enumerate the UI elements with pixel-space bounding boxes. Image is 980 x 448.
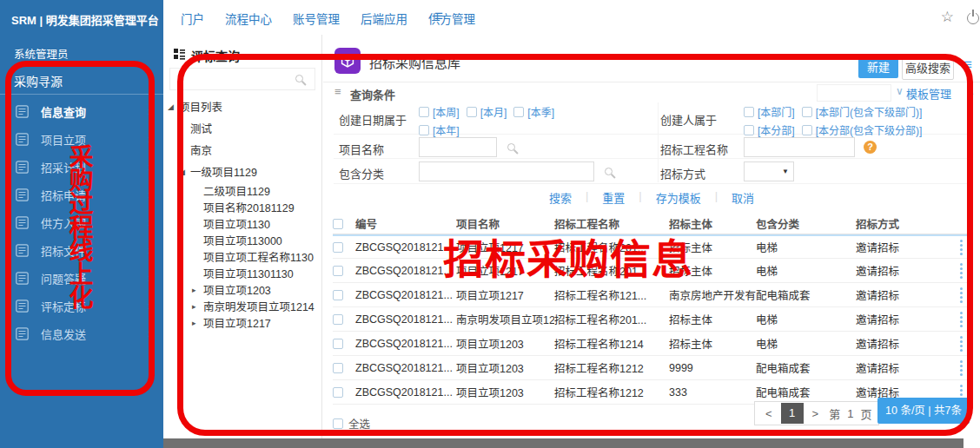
- page-size-info[interactable]: 10 条/页 | 共7条: [877, 398, 970, 424]
- tree-node[interactable]: ▸南京明发项目立项1214: [163, 298, 322, 314]
- tree-collapsed-icon[interactable]: ▸: [192, 286, 203, 294]
- logout-power-icon[interactable]: [967, 12, 979, 24]
- checkbox[interactable]: [467, 107, 477, 117]
- table-row[interactable]: ZBCGSQ2018121...南京明发项目立项12...招标工程名称201..…: [333, 307, 973, 332]
- tree-node[interactable]: ◢一级项目1129: [163, 161, 322, 182]
- row-actions-icon[interactable]: [960, 360, 963, 363]
- checkbox-option[interactable]: [本年]: [419, 122, 460, 137]
- row-checkbox[interactable]: [333, 339, 343, 349]
- tree-node[interactable]: 项目立项113000: [163, 232, 322, 248]
- action-1[interactable]: 重置: [602, 189, 625, 206]
- list-view-icon[interactable]: ≡: [963, 56, 972, 74]
- template-manage-link[interactable]: 模板管理: [906, 85, 951, 102]
- tree-expanded-icon[interactable]: ◢: [168, 102, 179, 111]
- row-actions-icon[interactable]: [960, 287, 963, 290]
- row-actions-icon[interactable]: [960, 312, 963, 314]
- row-actions-icon[interactable]: [960, 385, 963, 387]
- tree-collapsed-icon[interactable]: ▸: [192, 319, 203, 327]
- nav-item[interactable]: 流程中心: [225, 10, 272, 27]
- tree-expanded-icon[interactable]: ◢: [179, 168, 190, 176]
- tree-node[interactable]: ◢项目列表: [163, 96, 322, 117]
- tree-node[interactable]: ▸南京: [163, 139, 322, 161]
- row-actions-icon[interactable]: [960, 263, 963, 266]
- tree-node[interactable]: 项目名称20181129: [163, 199, 322, 215]
- table-row[interactable]: ZBCGSQ2018121...项目立项1217招标工程名称121...南京房地…: [333, 283, 973, 307]
- sidebar-item[interactable]: 信息发送›: [0, 320, 163, 347]
- header-checkbox[interactable]: [333, 219, 343, 229]
- page-next-button[interactable]: >: [805, 407, 826, 420]
- row-checkbox[interactable]: [333, 242, 343, 253]
- select-all-control[interactable]: 全选: [333, 415, 370, 432]
- sidebar-section-title[interactable]: 采购寻源: [14, 72, 63, 89]
- checkbox[interactable]: [802, 107, 812, 117]
- sidebar-item[interactable]: 信息查询›: [0, 97, 163, 125]
- sidebar-item[interactable]: 招标文件›: [0, 236, 163, 264]
- tree-node[interactable]: 二级项目1129: [163, 182, 322, 199]
- table-row[interactable]: ZBCGSQ2018121...项目立项1203招标工程名称12129999配电…: [333, 356, 973, 380]
- page-number-input[interactable]: 1: [844, 407, 857, 420]
- collapse-panel-icon[interactable]: ∧: [967, 85, 975, 97]
- checkbox[interactable]: [802, 125, 812, 135]
- page-current-button[interactable]: 1: [781, 403, 804, 424]
- row-checkbox[interactable]: [333, 387, 343, 398]
- sidebar-item[interactable]: 招采计划›: [0, 153, 163, 181]
- new-button[interactable]: 新建: [858, 57, 898, 78]
- nav-item[interactable]: 后端应用: [361, 10, 407, 27]
- row-actions-icon[interactable]: [960, 336, 963, 339]
- action-2[interactable]: 存为模板: [656, 189, 701, 206]
- table-row[interactable]: ZBCGSQ2018121...项目立项1217招标工程名称201...招标主体…: [333, 259, 973, 283]
- checkbox-option[interactable]: [本分部]: [744, 122, 795, 137]
- checkbox[interactable]: [419, 125, 429, 135]
- tree-node[interactable]: 项目立项工程名称1130: [163, 248, 322, 265]
- checkbox-option[interactable]: [本季]: [513, 104, 554, 119]
- category-input[interactable]: [419, 161, 594, 181]
- tender-method-select[interactable]: ▼: [744, 161, 794, 181]
- row-checkbox[interactable]: [333, 363, 343, 373]
- nav-item[interactable]: 门户: [181, 10, 204, 27]
- checkbox-option[interactable]: [本周]: [419, 104, 460, 119]
- action-3[interactable]: 取消: [732, 189, 754, 206]
- menu-icon[interactable]: ≡: [434, 8, 443, 25]
- page-prev-button[interactable]: <: [758, 407, 779, 420]
- row-checkbox[interactable]: [333, 266, 343, 276]
- tree-collapsed-icon[interactable]: ▸: [192, 302, 203, 311]
- nav-item[interactable]: 账号管理: [293, 10, 340, 27]
- table-row[interactable]: ZBCGSQ2018121...项目立项1217招标工程名称201...招标主体…: [333, 234, 973, 259]
- sidebar-item[interactable]: 供方入围›: [0, 208, 163, 236]
- tree-node[interactable]: ▸项目立项1203: [163, 281, 322, 298]
- checkbox-option[interactable]: [本部门(包含下级部门)]: [802, 104, 923, 119]
- tree-node[interactable]: 项目立项11301130: [163, 265, 322, 281]
- checkbox-option[interactable]: [本部门]: [744, 104, 795, 119]
- checkbox-option[interactable]: [本分部(包含下级分部)]: [802, 122, 923, 137]
- table-row[interactable]: ZBCGSQ2018121...项目立项1203招标工程名称1214招标主体电梯…: [333, 332, 973, 356]
- tender-project-input[interactable]: [744, 137, 855, 157]
- row-actions-icon[interactable]: [960, 240, 963, 242]
- advanced-search-button[interactable]: 高级搜索: [902, 56, 954, 80]
- template-select-input[interactable]: [817, 84, 891, 102]
- sidebar-item[interactable]: 招标申请›: [0, 181, 163, 208]
- help-icon[interactable]: ?: [864, 141, 877, 154]
- search-icon[interactable]: [507, 143, 515, 151]
- tree-node[interactable]: 项目立项1130: [163, 215, 322, 232]
- row-checkbox[interactable]: [333, 290, 343, 300]
- action-0[interactable]: 搜索: [549, 189, 572, 206]
- search-icon[interactable]: [295, 75, 303, 82]
- tree-node[interactable]: ▸项目立项1217: [163, 314, 322, 331]
- sidebar-item[interactable]: 项目立项›: [0, 125, 163, 153]
- checkbox-option[interactable]: [本月]: [467, 104, 507, 119]
- checkbox[interactable]: [744, 107, 754, 117]
- checkbox[interactable]: [513, 107, 524, 117]
- checkbox[interactable]: [744, 125, 754, 135]
- select-all-checkbox[interactable]: [333, 418, 343, 429]
- row-checkbox[interactable]: [333, 314, 343, 325]
- sidebar-item[interactable]: 评标定标›: [0, 292, 163, 320]
- checkbox[interactable]: [419, 107, 429, 117]
- sidebar-item[interactable]: 问题答疑›: [0, 264, 163, 292]
- tree-node[interactable]: ▸测试: [163, 117, 322, 139]
- project-name-input[interactable]: [419, 137, 497, 157]
- chevron-down-icon[interactable]: ∨: [896, 85, 904, 97]
- tree-collapsed-icon[interactable]: ▸: [179, 124, 190, 133]
- tree-collapsed-icon[interactable]: ▸: [179, 146, 190, 155]
- tree-search-input[interactable]: [175, 70, 297, 88]
- favorite-star-icon[interactable]: ☆: [941, 8, 954, 26]
